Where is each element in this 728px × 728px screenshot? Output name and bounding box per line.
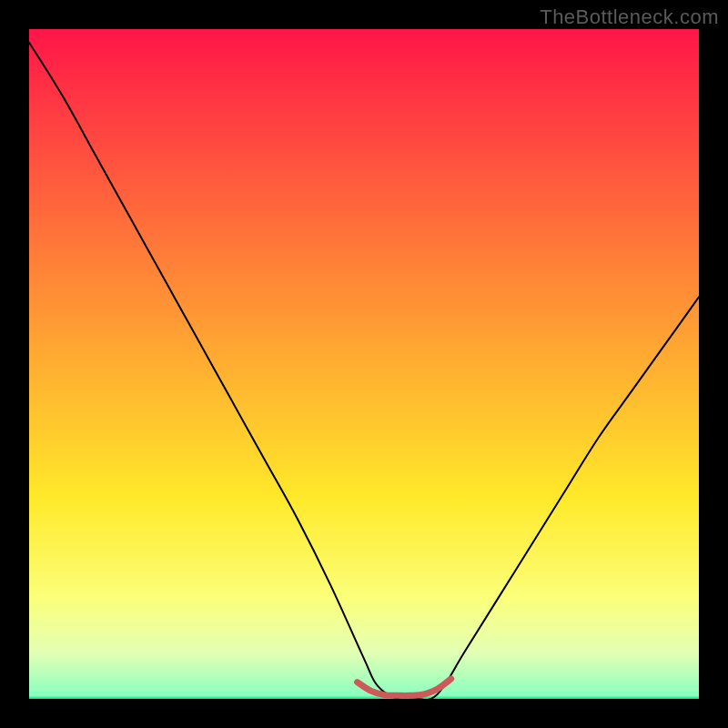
heat-gradient xyxy=(29,29,699,699)
bottleneck-chart xyxy=(29,29,699,699)
plot-area xyxy=(29,29,699,699)
watermark-text: TheBottleneck.com xyxy=(540,5,719,29)
chart-frame: TheBottleneck.com xyxy=(0,0,728,728)
